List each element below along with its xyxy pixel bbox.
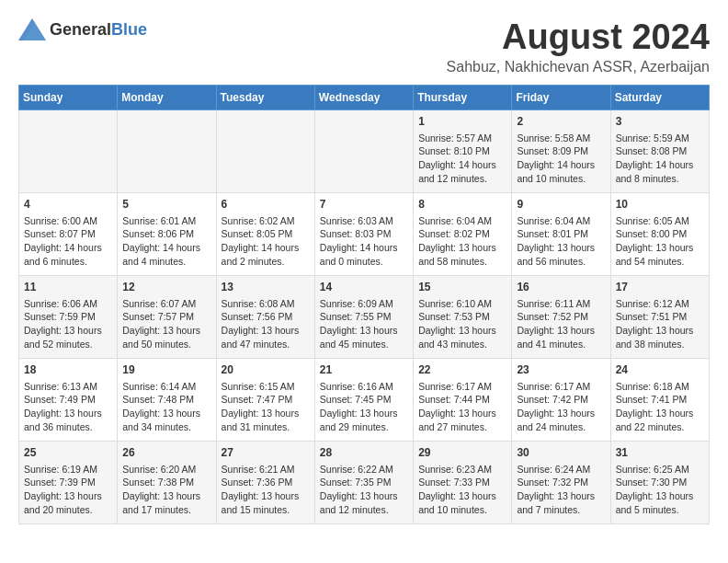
day-info: Sunset: 7:57 PM (122, 310, 210, 324)
day-number: 10 (616, 197, 704, 213)
week-row-3: 11Sunrise: 6:06 AMSunset: 7:59 PMDayligh… (19, 275, 710, 358)
day-info: Daylight: 13 hours (418, 489, 506, 503)
day-info: Sunrise: 5:58 AM (517, 132, 605, 145)
day-info: Sunrise: 6:04 AM (517, 214, 605, 228)
day-number: 5 (122, 197, 210, 213)
day-info: Daylight: 13 hours (320, 324, 408, 338)
day-info: Daylight: 13 hours (222, 324, 310, 338)
day-info: Daylight: 13 hours (24, 407, 112, 420)
day-info: Daylight: 14 hours (122, 241, 210, 255)
calendar-cell (118, 109, 216, 192)
day-info: Daylight: 13 hours (122, 407, 210, 420)
calendar-cell: 13Sunrise: 6:08 AMSunset: 7:56 PMDayligh… (216, 275, 314, 358)
day-info: Sunset: 7:47 PM (222, 393, 310, 407)
calendar-cell: 22Sunrise: 6:17 AMSunset: 7:44 PMDayligh… (414, 358, 512, 441)
day-info: Daylight: 14 hours (418, 158, 506, 172)
day-info: and 20 minutes. (24, 503, 112, 517)
day-info: Sunrise: 6:14 AM (122, 380, 210, 394)
day-info: Sunrise: 6:11 AM (517, 297, 605, 311)
calendar-cell (314, 109, 413, 192)
day-number: 9 (517, 197, 605, 213)
day-info: Sunrise: 6:10 AM (418, 297, 506, 311)
day-info: Sunset: 8:10 PM (418, 144, 506, 158)
day-info: and 10 minutes. (517, 172, 605, 186)
day-info: and 38 minutes. (616, 338, 704, 351)
calendar-cell: 24Sunrise: 6:18 AMSunset: 7:41 PMDayligh… (610, 358, 709, 441)
day-info: Sunrise: 6:18 AM (616, 380, 704, 394)
header-friday: Friday (512, 85, 610, 109)
day-info: and 6 minutes. (24, 255, 112, 269)
calendar-cell: 25Sunrise: 6:19 AMSunset: 7:39 PMDayligh… (19, 441, 118, 523)
calendar-cell: 5Sunrise: 6:01 AMSunset: 8:06 PMDaylight… (118, 192, 216, 275)
day-info: Sunset: 8:07 PM (24, 227, 112, 241)
day-info: Sunrise: 6:17 AM (418, 380, 506, 394)
header-thursday: Thursday (414, 85, 512, 109)
day-info: Sunrise: 6:24 AM (517, 463, 605, 477)
day-info: Daylight: 14 hours (320, 241, 408, 255)
calendar-cell: 8Sunrise: 6:04 AMSunset: 8:02 PMDaylight… (414, 192, 512, 275)
calendar-cell: 31Sunrise: 6:25 AMSunset: 7:30 PMDayligh… (610, 441, 709, 523)
day-info: and 34 minutes. (122, 420, 210, 434)
day-info: and 17 minutes. (122, 503, 210, 517)
day-number: 13 (222, 280, 310, 295)
header-row: SundayMondayTuesdayWednesdayThursdayFrid… (19, 85, 710, 109)
day-info: Sunset: 8:00 PM (616, 227, 704, 241)
day-info: Sunrise: 5:57 AM (418, 132, 506, 145)
day-info: and 41 minutes. (517, 338, 605, 351)
day-info: Daylight: 14 hours (616, 158, 704, 172)
day-info: Sunrise: 6:07 AM (122, 297, 210, 311)
day-number: 8 (418, 197, 506, 213)
day-info: Sunset: 7:30 PM (616, 476, 704, 489)
header: GeneralBlue August 2024 Sahbuz, Nakhiche… (18, 18, 710, 75)
day-number: 4 (24, 197, 112, 213)
day-number: 12 (122, 280, 210, 295)
day-info: Sunrise: 6:03 AM (320, 214, 408, 228)
day-info: Sunrise: 6:08 AM (222, 297, 310, 311)
week-row-1: 1Sunrise: 5:57 AMSunset: 8:10 PMDaylight… (19, 109, 710, 192)
day-info: Daylight: 13 hours (222, 407, 310, 420)
calendar-cell: 27Sunrise: 6:21 AMSunset: 7:36 PMDayligh… (216, 441, 314, 523)
day-info: Daylight: 13 hours (418, 407, 506, 420)
day-info: and 31 minutes. (222, 420, 310, 434)
day-info: Sunset: 7:35 PM (320, 476, 408, 489)
day-info: Daylight: 13 hours (24, 489, 112, 503)
day-number: 20 (222, 362, 310, 378)
day-number: 30 (517, 445, 605, 461)
day-info: and 7 minutes. (517, 503, 605, 517)
day-info: Daylight: 13 hours (320, 489, 408, 503)
day-info: Sunset: 7:41 PM (616, 393, 704, 407)
day-info: and 2 minutes. (222, 255, 310, 269)
day-info: and 15 minutes. (222, 503, 310, 517)
day-info: Sunrise: 6:23 AM (418, 463, 506, 477)
day-number: 7 (320, 197, 408, 213)
day-info: Daylight: 13 hours (616, 407, 704, 420)
day-info: Sunset: 7:44 PM (418, 393, 506, 407)
day-info: Sunset: 7:59 PM (24, 310, 112, 324)
day-info: Daylight: 14 hours (222, 241, 310, 255)
day-info: Daylight: 13 hours (418, 241, 506, 255)
day-info: and 56 minutes. (517, 255, 605, 269)
calendar-cell: 29Sunrise: 6:23 AMSunset: 7:33 PMDayligh… (414, 441, 512, 523)
day-info: Daylight: 13 hours (517, 407, 605, 420)
week-row-5: 25Sunrise: 6:19 AMSunset: 7:39 PMDayligh… (19, 441, 710, 523)
day-info: and 4 minutes. (122, 255, 210, 269)
day-number: 1 (418, 114, 506, 130)
day-info: Sunrise: 6:01 AM (122, 214, 210, 228)
calendar-cell: 15Sunrise: 6:10 AMSunset: 7:53 PMDayligh… (414, 275, 512, 358)
day-number: 22 (418, 362, 506, 378)
day-info: Sunset: 7:38 PM (122, 476, 210, 489)
calendar-cell: 30Sunrise: 6:24 AMSunset: 7:32 PMDayligh… (512, 441, 610, 523)
header-sunday: Sunday (19, 85, 118, 109)
week-row-2: 4Sunrise: 6:00 AMSunset: 8:07 PMDaylight… (19, 192, 710, 275)
day-info: Sunrise: 6:02 AM (222, 214, 310, 228)
day-info: Sunrise: 6:22 AM (320, 463, 408, 477)
day-info: Daylight: 13 hours (616, 241, 704, 255)
day-info: and 10 minutes. (418, 503, 506, 517)
calendar-cell: 20Sunrise: 6:15 AMSunset: 7:47 PMDayligh… (216, 358, 314, 441)
day-info: Sunset: 7:42 PM (517, 393, 605, 407)
header-monday: Monday (118, 85, 216, 109)
day-info: Sunrise: 6:21 AM (222, 463, 310, 477)
calendar-table: SundayMondayTuesdayWednesdayThursdayFrid… (18, 85, 710, 524)
day-info: Sunset: 7:53 PM (418, 310, 506, 324)
day-info: Sunset: 7:56 PM (222, 310, 310, 324)
